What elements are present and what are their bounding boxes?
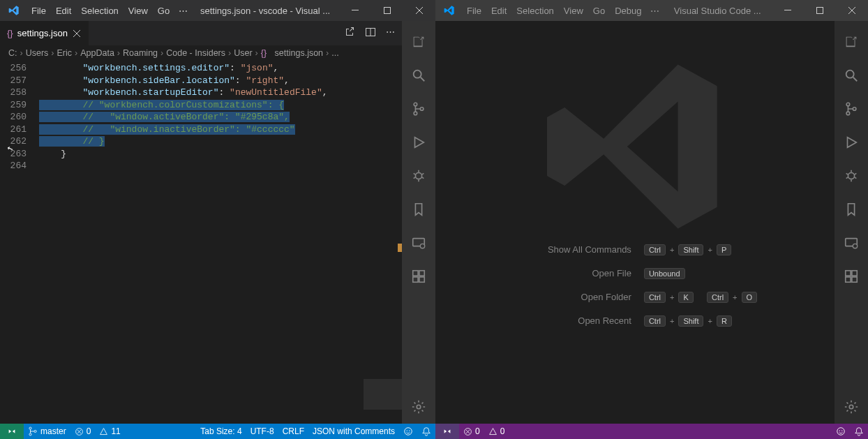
menu-debug[interactable]: Debug (610, 3, 646, 19)
svg-point-28 (846, 103, 850, 106)
problems-warnings[interactable]: 11 (95, 424, 124, 439)
svg-rect-1 (384, 8, 391, 14)
remote-indicator[interactable] (0, 424, 24, 439)
search-icon[interactable] (402, 59, 435, 92)
svg-rect-13 (413, 277, 418, 282)
svg-point-33 (853, 244, 857, 248)
search-icon[interactable] (835, 59, 868, 92)
menu-view[interactable]: View (124, 3, 153, 19)
tab-label: settings.json (17, 28, 68, 38)
svg-rect-14 (419, 277, 424, 282)
menubar: File Edit Selection View Go (27, 3, 174, 19)
menu-selection[interactable]: Selection (511, 3, 558, 19)
source-control-icon[interactable] (402, 92, 435, 126)
split-editor-icon[interactable] (365, 27, 376, 40)
close-button[interactable] (836, 0, 868, 21)
line-number-gutter: 256257258259260261262263264 (0, 61, 39, 424)
welcome-commands: Show All Commands Ctrl+Shift+P Open File… (513, 244, 757, 327)
svg-rect-12 (413, 271, 418, 276)
vscode-watermark-icon (537, 49, 733, 244)
cmd-open-recent: Open Recent Ctrl+Shift+R (513, 315, 757, 327)
encoding[interactable]: UTF-8 (246, 424, 278, 439)
svg-point-42 (841, 430, 842, 431)
minimize-button[interactable] (772, 0, 804, 21)
code-editor[interactable]: 256257258259260261262263264 "workbench.s… (0, 61, 402, 424)
files-icon[interactable] (835, 25, 868, 59)
status-bar: master 0 11 Tab Size: 4 UTF-8 CRLF JSON … (0, 424, 435, 439)
tab-close-icon[interactable] (72, 29, 82, 38)
svg-point-6 (414, 103, 417, 106)
svg-point-22 (407, 430, 407, 431)
bookmark-icon[interactable] (402, 193, 435, 226)
problems-errors[interactable]: 0 (459, 424, 484, 439)
debug-icon[interactable] (402, 159, 435, 193)
minimize-button[interactable] (339, 0, 371, 21)
window-title: settings.json - vscode - Visual ... (191, 6, 339, 16)
settings-gear-icon[interactable] (402, 390, 435, 424)
welcome-screen: Show All Commands Ctrl+Shift+P Open File… (435, 21, 835, 424)
maximize-button[interactable] (804, 0, 836, 21)
svg-point-40 (837, 428, 845, 436)
files-icon[interactable] (402, 25, 435, 59)
close-button[interactable] (403, 0, 435, 21)
svg-point-11 (420, 244, 424, 248)
svg-point-7 (414, 112, 417, 115)
svg-point-17 (29, 427, 31, 429)
menu-overflow-icon[interactable]: ⋯ (174, 0, 191, 21)
menu-overflow-icon[interactable]: ⋯ (646, 0, 663, 21)
debug-icon[interactable] (835, 159, 868, 193)
tab-bar: {} settings.json ⋯ (0, 21, 402, 45)
menu-go[interactable]: Go (588, 3, 610, 19)
menu-selection[interactable]: Selection (76, 3, 123, 19)
menu-edit[interactable]: Edit (486, 3, 511, 19)
svg-point-31 (848, 172, 854, 179)
tab-settings-json[interactable]: {} settings.json (0, 21, 89, 45)
remote-explorer-icon[interactable] (402, 226, 435, 260)
menu-go[interactable]: Go (153, 3, 174, 19)
svg-rect-15 (419, 271, 424, 276)
remote-explorer-icon[interactable] (835, 226, 868, 260)
more-actions-icon[interactable]: ⋯ (386, 27, 395, 40)
code-content[interactable]: "workbench.settings.editor": "json", "wo… (39, 61, 402, 424)
menu-file[interactable]: File (462, 3, 486, 19)
feedback-icon[interactable] (832, 424, 850, 439)
minimap[interactable] (364, 61, 402, 424)
activity-bar (835, 21, 868, 424)
extensions-icon[interactable] (835, 260, 868, 293)
open-changes-icon[interactable] (344, 27, 355, 40)
svg-point-4 (414, 70, 421, 78)
language-mode[interactable]: JSON with Comments (308, 424, 399, 439)
svg-point-8 (420, 107, 424, 111)
window-controls (339, 0, 435, 21)
settings-gear-icon[interactable] (835, 390, 868, 424)
svg-rect-35 (846, 277, 851, 282)
notifications-icon[interactable] (417, 424, 435, 439)
menu-view[interactable]: View (559, 3, 588, 19)
notifications-icon[interactable] (850, 424, 868, 439)
extensions-icon[interactable] (402, 260, 435, 293)
svg-rect-36 (852, 277, 857, 282)
source-control-icon[interactable] (835, 92, 868, 126)
svg-point-18 (29, 433, 31, 436)
svg-point-19 (34, 430, 36, 432)
tab-size[interactable]: Tab Size: 4 (196, 424, 246, 439)
menu-edit[interactable]: Edit (51, 3, 76, 19)
breadcrumb[interactable]: C:› Users› Eric› AppData› Roaming› Code … (0, 45, 402, 61)
run-debug-icon[interactable] (402, 126, 435, 159)
vscode-logo-icon (441, 2, 458, 19)
svg-rect-37 (852, 271, 857, 276)
svg-point-41 (839, 430, 840, 431)
problems-errors[interactable]: 0 (70, 424, 96, 439)
git-branch[interactable]: master (24, 424, 70, 439)
maximize-button[interactable] (371, 0, 403, 21)
svg-point-38 (849, 405, 853, 409)
eol[interactable]: CRLF (278, 424, 308, 439)
run-debug-icon[interactable] (835, 126, 868, 159)
feedback-icon[interactable] (399, 424, 417, 439)
cmd-open-folder: Open Folder Ctrl+K Ctrl+O (513, 292, 757, 303)
problems-warnings[interactable]: 0 (484, 424, 509, 439)
bookmark-icon[interactable] (835, 193, 868, 226)
remote-indicator[interactable] (435, 424, 459, 439)
menu-file[interactable]: File (27, 3, 51, 19)
svg-rect-24 (784, 10, 791, 10)
